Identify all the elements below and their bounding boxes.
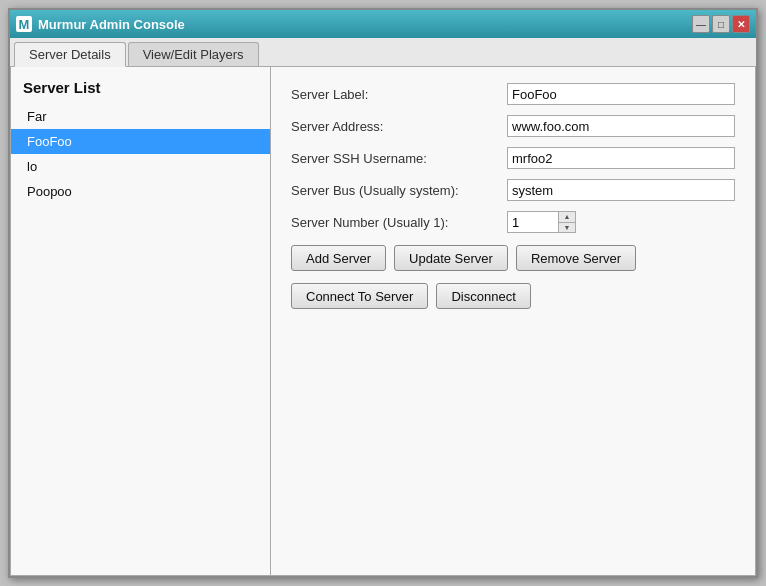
server-item-poopoo[interactable]: Poopoo — [11, 179, 270, 204]
update-server-button[interactable]: Update Server — [394, 245, 508, 271]
tab-server-details[interactable]: Server Details — [14, 42, 126, 67]
spin-up-button[interactable]: ▲ — [559, 212, 575, 223]
server-number-input[interactable] — [508, 212, 558, 232]
spin-down-button[interactable]: ▼ — [559, 223, 575, 233]
server-ssh-username-label: Server SSH Username: — [291, 151, 501, 166]
details-panel: Server Label: Server Address: Server SSH… — [271, 67, 755, 575]
remove-server-button[interactable]: Remove Server — [516, 245, 636, 271]
disconnect-button[interactable]: Disconnect — [436, 283, 530, 309]
app-icon: M — [16, 16, 32, 32]
main-content: Server List Far FooFoo lo Poopoo Server … — [10, 67, 756, 576]
tab-view-edit-players[interactable]: View/Edit Players — [128, 42, 259, 66]
server-item-lo[interactable]: lo — [11, 154, 270, 179]
server-item-far[interactable]: Far — [11, 104, 270, 129]
sidebar: Server List Far FooFoo lo Poopoo — [11, 67, 271, 575]
server-label-input[interactable] — [507, 83, 735, 105]
server-number-row: Server Number (Usually 1): ▲ ▼ — [291, 211, 735, 233]
window-controls: — □ ✕ — [692, 15, 750, 33]
server-number-spinner: ▲ ▼ — [507, 211, 576, 233]
window-title: Murmur Admin Console — [38, 17, 185, 32]
server-item-foofoo[interactable]: FooFoo — [11, 129, 270, 154]
server-ssh-username-row: Server SSH Username: — [291, 147, 735, 169]
server-address-input[interactable] — [507, 115, 735, 137]
add-server-button[interactable]: Add Server — [291, 245, 386, 271]
action-buttons-row1: Add Server Update Server Remove Server — [291, 245, 735, 271]
server-bus-row: Server Bus (Usually system): — [291, 179, 735, 201]
main-window: M Murmur Admin Console — □ ✕ Server Deta… — [8, 8, 758, 578]
server-address-row: Server Address: — [291, 115, 735, 137]
title-bar: M Murmur Admin Console — □ ✕ — [10, 10, 756, 38]
connect-to-server-button[interactable]: Connect To Server — [291, 283, 428, 309]
server-address-label: Server Address: — [291, 119, 501, 134]
action-buttons-row2: Connect To Server Disconnect — [291, 283, 735, 309]
server-bus-input[interactable] — [507, 179, 735, 201]
close-button[interactable]: ✕ — [732, 15, 750, 33]
server-label-label: Server Label: — [291, 87, 501, 102]
tab-bar: Server Details View/Edit Players — [10, 38, 756, 67]
sidebar-title: Server List — [11, 67, 270, 104]
server-bus-label: Server Bus (Usually system): — [291, 183, 501, 198]
minimize-button[interactable]: — — [692, 15, 710, 33]
server-label-row: Server Label: — [291, 83, 735, 105]
server-list: Far FooFoo lo Poopoo — [11, 104, 270, 575]
maximize-button[interactable]: □ — [712, 15, 730, 33]
server-number-label: Server Number (Usually 1): — [291, 215, 501, 230]
server-ssh-username-input[interactable] — [507, 147, 735, 169]
